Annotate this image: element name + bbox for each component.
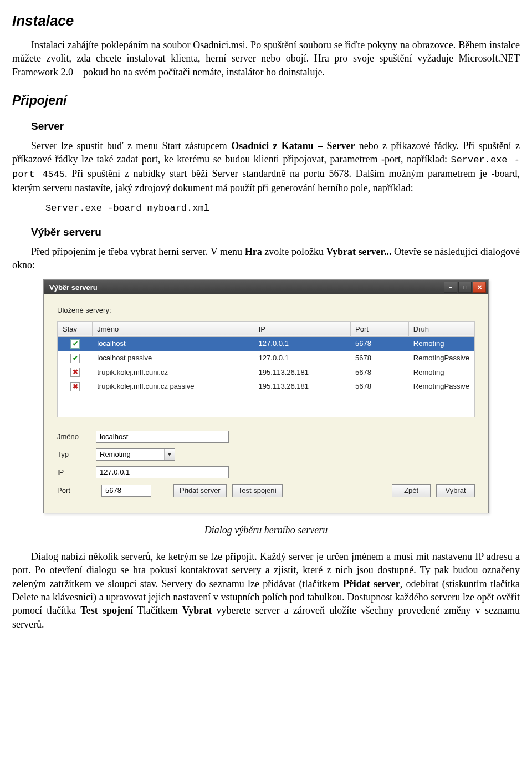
cell-port: 5678 (351, 365, 409, 380)
cell-ip: 127.0.0.1 (254, 337, 350, 351)
typ-combobox-text[interactable] (96, 450, 164, 460)
cell-druh: Remoting (408, 337, 474, 351)
cell-druh: Remoting (408, 365, 474, 380)
col-jmeno[interactable]: Jméno (93, 322, 254, 337)
saved-servers-label: Uložené servery: (57, 305, 475, 315)
status-cell: ✔ (58, 351, 93, 365)
paragraph-instalace: Instalaci zahájíte poklepáním na soubor … (12, 38, 520, 79)
bold-pridat-server: Přidat server (343, 578, 400, 589)
code-block: Server.exe -board myboard.xml (45, 202, 520, 215)
cell-ip: 127.0.0.1 (254, 351, 350, 365)
bold-menu-hra: Hra (245, 246, 262, 257)
text: Tlačítkem (133, 605, 182, 616)
port-input[interactable] (101, 485, 151, 497)
col-ip[interactable]: IP (254, 322, 350, 337)
cell-druh: RemotingPassive (408, 351, 474, 365)
cross-icon: ✖ (70, 368, 80, 377)
cell-jmeno: trupik.kolej.mff.cuni.cz (93, 365, 254, 380)
status-cell: ✔ (58, 337, 93, 351)
chevron-down-icon[interactable]: ▼ (164, 449, 175, 460)
test-connection-button[interactable]: Test spojení (232, 484, 283, 497)
typ-label: Typ (57, 450, 96, 460)
cell-jmeno: localhost (93, 337, 254, 351)
bold-vybrat: Vybrat (182, 605, 212, 616)
ip-label: IP (57, 467, 96, 477)
bold-shortcut-name: Osadníci z Katanu – Server (231, 140, 355, 151)
text: Před připojením je třeba vybrat herní se… (31, 246, 245, 257)
text: zvolte položku (262, 246, 326, 257)
dialog-vyber-serveru: Výběr serveru – □ ✕ Uložené servery: Sta… (43, 279, 489, 513)
jmeno-input[interactable] (96, 431, 229, 443)
cell-ip: 195.113.26.181 (254, 379, 350, 394)
ip-input[interactable] (96, 466, 229, 478)
check-icon: ✔ (70, 354, 80, 363)
paragraph-final: Dialog nabízí několik serverů, ke ketrým… (12, 550, 520, 631)
text: . Při spuštění z nabídky start běží Serv… (12, 168, 520, 193)
add-server-button[interactable]: Přidat server (173, 484, 227, 497)
port-label: Port (57, 486, 96, 496)
col-druh[interactable]: Druh (408, 322, 474, 337)
bold-test-spojeni: Test spojení (80, 605, 133, 616)
status-cell: ✖ (58, 379, 93, 394)
cell-ip: 195.113.26.181 (254, 365, 350, 380)
heading-server: Server (31, 119, 520, 134)
paragraph-server: Server lze spustit buď z menu Start zást… (12, 139, 520, 195)
bold-vybrat-server: Vybrat server... (326, 246, 392, 257)
dialog-titlebar: Výběr serveru – □ ✕ (44, 280, 488, 294)
back-button[interactable]: Zpět (392, 484, 431, 497)
heading-vyber-serveru: Výběr serveru (31, 225, 520, 239)
dialog-caption: Dialog výběru herního serveru (12, 523, 520, 537)
col-port[interactable]: Port (351, 322, 409, 337)
cell-port: 5678 (351, 337, 409, 351)
text: Server lze spustit buď z menu Start zást… (31, 140, 231, 151)
cross-icon: ✖ (70, 382, 80, 391)
maximize-button[interactable]: □ (458, 282, 472, 293)
col-stav[interactable]: Stav (58, 322, 93, 337)
heading-instalace: Instalace (12, 11, 520, 30)
dialog-title: Výběr serveru (49, 283, 98, 293)
cell-jmeno: localhost passive (93, 351, 254, 365)
paragraph-vyber: Před připojením je třeba vybrat herní se… (12, 245, 520, 272)
choose-button[interactable]: Vybrat (436, 484, 475, 497)
table-row[interactable]: ✖trupik.kolej.mff.cuni.cz passive195.113… (58, 379, 474, 394)
table-row[interactable]: ✔localhost127.0.0.15678Remoting (58, 337, 474, 351)
cell-port: 5678 (351, 351, 409, 365)
check-icon: ✔ (70, 339, 80, 349)
servers-table[interactable]: Stav Jméno IP Port Druh ✔localhost127.0.… (58, 322, 474, 394)
table-row[interactable]: ✖trupik.kolej.mff.cuni.cz195.113.26.1815… (58, 365, 474, 380)
server-form: Jméno Typ ▼ IP Port (57, 431, 475, 497)
heading-pripojeni: Připojení (12, 92, 520, 109)
close-button[interactable]: ✕ (473, 282, 486, 293)
cell-druh: RemotingPassive (408, 379, 474, 394)
cell-port: 5678 (351, 379, 409, 394)
table-row[interactable]: ✔localhost passive127.0.0.15678RemotingP… (58, 351, 474, 365)
minimize-button[interactable]: – (444, 282, 457, 293)
status-cell: ✖ (58, 365, 93, 380)
cell-jmeno: trupik.kolej.mff.cuni.cz passive (93, 379, 254, 394)
servers-table-area: Stav Jméno IP Port Druh ✔localhost127.0.… (57, 321, 475, 417)
jmeno-label: Jméno (57, 432, 96, 442)
typ-combobox[interactable]: ▼ (96, 448, 175, 461)
